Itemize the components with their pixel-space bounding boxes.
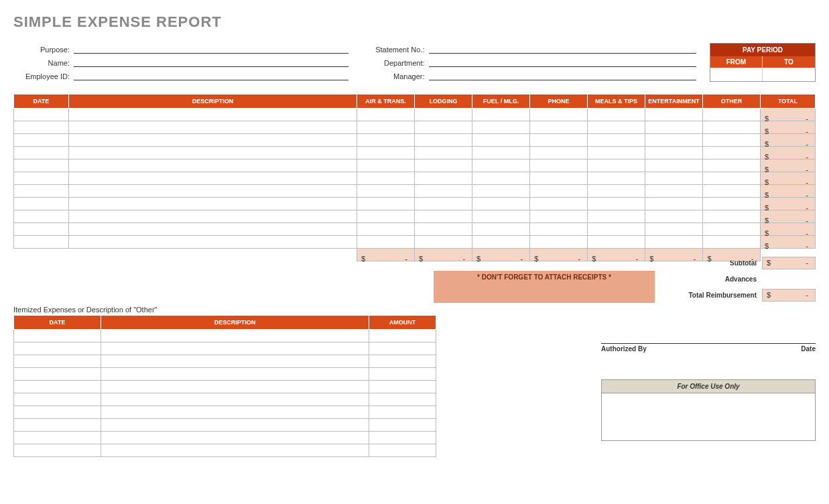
cell-entertainment[interactable] [645, 121, 702, 134]
cell-description[interactable] [68, 121, 357, 134]
cell-meals[interactable] [587, 134, 645, 147]
cell-other[interactable] [702, 160, 760, 172]
cell-phone[interactable] [529, 134, 587, 147]
cell-description[interactable] [68, 109, 357, 121]
cell-phone[interactable] [529, 198, 587, 210]
cell-meals[interactable] [587, 223, 645, 236]
cell-date[interactable] [14, 147, 69, 160]
cell-description[interactable] [68, 185, 357, 198]
cell-date[interactable] [14, 210, 69, 223]
cell-description[interactable] [68, 236, 357, 249]
cell-description[interactable] [68, 223, 357, 236]
cell-air-trans[interactable] [357, 121, 414, 134]
cell-description[interactable] [68, 134, 357, 147]
itemized-cell-description[interactable] [101, 444, 369, 457]
itemized-cell-date[interactable] [14, 444, 101, 457]
cell-entertainment[interactable] [645, 236, 702, 249]
input-department[interactable] [429, 56, 697, 67]
cell-meals[interactable] [587, 160, 645, 172]
cell-air-trans[interactable] [357, 109, 414, 121]
cell-date[interactable] [14, 121, 69, 134]
itemized-cell-description[interactable] [101, 419, 369, 432]
itemized-cell-description[interactable] [101, 393, 369, 406]
advances-value[interactable] [762, 273, 816, 286]
cell-air-trans[interactable] [357, 172, 414, 185]
cell-lodging[interactable] [414, 109, 472, 121]
cell-air-trans[interactable] [357, 134, 414, 147]
itemized-cell-description[interactable] [101, 406, 369, 419]
cell-fuel[interactable] [472, 185, 529, 198]
cell-air-trans[interactable] [357, 147, 414, 160]
cell-lodging[interactable] [414, 236, 472, 249]
cell-meals[interactable] [587, 147, 645, 160]
cell-meals[interactable] [587, 185, 645, 198]
cell-lodging[interactable] [414, 198, 472, 210]
cell-entertainment[interactable] [645, 160, 702, 172]
cell-description[interactable] [68, 147, 357, 160]
cell-entertainment[interactable] [645, 134, 702, 147]
itemized-cell-amount[interactable] [369, 419, 436, 432]
cell-other[interactable] [702, 147, 760, 160]
cell-other[interactable] [702, 210, 760, 223]
cell-fuel[interactable] [472, 109, 529, 121]
itemized-cell-amount[interactable] [369, 381, 436, 393]
cell-fuel[interactable] [472, 223, 529, 236]
itemized-cell-amount[interactable] [369, 406, 436, 419]
itemized-cell-amount[interactable] [369, 444, 436, 457]
pay-period-to-input[interactable] [763, 68, 815, 81]
cell-date[interactable] [14, 236, 69, 249]
cell-meals[interactable] [587, 172, 645, 185]
cell-air-trans[interactable] [357, 236, 414, 249]
cell-lodging[interactable] [414, 210, 472, 223]
cell-meals[interactable] [587, 121, 645, 134]
itemized-cell-amount[interactable] [369, 342, 436, 355]
cell-date[interactable] [14, 109, 69, 121]
cell-fuel[interactable] [472, 210, 529, 223]
itemized-cell-description[interactable] [101, 355, 369, 368]
cell-entertainment[interactable] [645, 109, 702, 121]
input-manager[interactable] [429, 70, 697, 80]
cell-fuel[interactable] [472, 236, 529, 249]
cell-other[interactable] [702, 172, 760, 185]
cell-entertainment[interactable] [645, 223, 702, 236]
itemized-cell-date[interactable] [14, 406, 101, 419]
itemized-cell-description[interactable] [101, 381, 369, 393]
cell-phone[interactable] [529, 147, 587, 160]
cell-description[interactable] [68, 172, 357, 185]
itemized-cell-date[interactable] [14, 419, 101, 432]
itemized-cell-description[interactable] [101, 432, 369, 444]
cell-phone[interactable] [529, 160, 587, 172]
cell-air-trans[interactable] [357, 185, 414, 198]
itemized-cell-amount[interactable] [369, 355, 436, 368]
cell-phone[interactable] [529, 223, 587, 236]
cell-description[interactable] [68, 160, 357, 172]
itemized-cell-date[interactable] [14, 342, 101, 355]
cell-date[interactable] [14, 198, 69, 210]
cell-meals[interactable] [587, 210, 645, 223]
cell-fuel[interactable] [472, 160, 529, 172]
input-statement-no[interactable] [429, 43, 697, 54]
cell-phone[interactable] [529, 172, 587, 185]
cell-date[interactable] [14, 185, 69, 198]
cell-other[interactable] [702, 236, 760, 249]
cell-meals[interactable] [587, 109, 645, 121]
itemized-cell-amount[interactable] [369, 368, 436, 381]
itemized-cell-date[interactable] [14, 432, 101, 444]
cell-fuel[interactable] [472, 147, 529, 160]
cell-lodging[interactable] [414, 134, 472, 147]
itemized-cell-date[interactable] [14, 381, 101, 393]
cell-phone[interactable] [529, 109, 587, 121]
cell-description[interactable] [68, 210, 357, 223]
pay-period-from-input[interactable] [710, 68, 763, 81]
itemized-cell-date[interactable] [14, 393, 101, 406]
cell-phone[interactable] [529, 236, 587, 249]
itemized-cell-description[interactable] [101, 342, 369, 355]
itemized-cell-date[interactable] [14, 368, 101, 381]
cell-lodging[interactable] [414, 160, 472, 172]
cell-entertainment[interactable] [645, 172, 702, 185]
itemized-cell-amount[interactable] [369, 432, 436, 444]
office-use-body[interactable] [602, 393, 815, 440]
cell-entertainment[interactable] [645, 198, 702, 210]
cell-date[interactable] [14, 160, 69, 172]
itemized-cell-description[interactable] [101, 368, 369, 381]
